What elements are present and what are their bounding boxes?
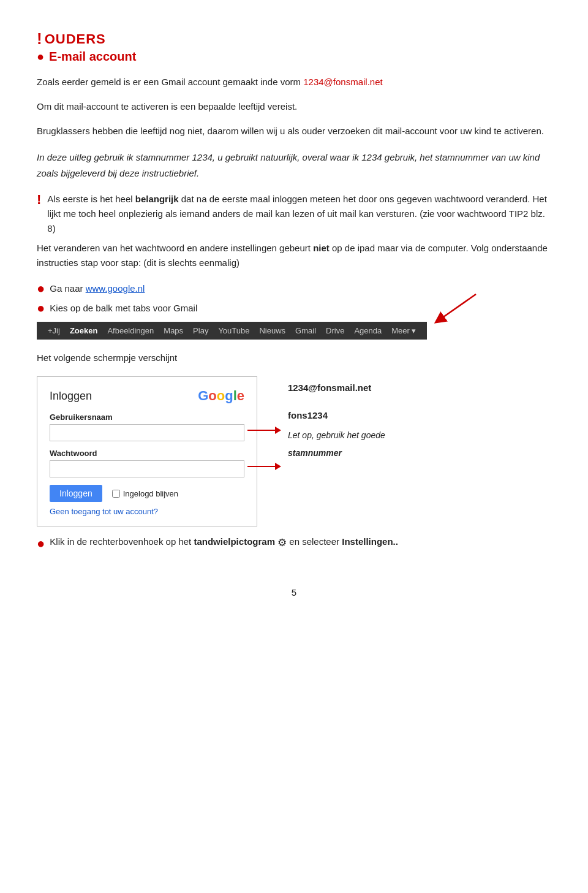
- nav-item-zoeken[interactable]: Zoeken: [65, 322, 103, 340]
- exclamation-icon: !: [37, 29, 42, 48]
- annotation-password-group: fons1234 Let op, gebruik het goede stamn…: [288, 410, 385, 460]
- annotation-password: fons1234: [288, 410, 385, 420]
- login-actions: Inloggen Ingelogd blijven: [50, 485, 244, 502]
- page-number: 5: [37, 587, 551, 598]
- email-account-title: ● E-mail account: [37, 50, 551, 64]
- next-screen-label: Het volgende schermpje verschijnt: [37, 351, 551, 365]
- password-arrow: [247, 463, 281, 470]
- password-input[interactable]: [50, 460, 244, 477]
- nav-item-youtube[interactable]: YouTube: [213, 322, 254, 340]
- login-section-wrapper: Het volgende schermpje verschijnt Inlogg…: [37, 351, 551, 526]
- header-ouders: ! OUDERS: [37, 29, 551, 48]
- google-nav-bar: +Jij Zoeken Afbeeldingen Maps Play YouTu…: [37, 322, 427, 340]
- annotation-note: Let op, gebruik het goede stamnummer: [288, 429, 385, 460]
- bullet-dot-3: ●: [37, 537, 45, 550]
- annotation-note-italic: Let op, gebruik het goede: [288, 429, 385, 442]
- nav-item-meer[interactable]: Meer ▾: [386, 322, 421, 340]
- login-annotation: 1234@fonsmail.net fons1234 Let op, gebru…: [288, 382, 385, 460]
- google-logo: Google: [198, 388, 244, 404]
- steps-list: ● Ga naar www.google.nl ● Kies op de bal…: [37, 281, 551, 316]
- username-label: Gebruikersnaam: [50, 412, 244, 422]
- username-input-row: [50, 424, 244, 441]
- annotation-username-text: 1234@fonsmail.net: [288, 382, 371, 393]
- step-1-text: Ga naar www.google.nl: [50, 281, 145, 296]
- password-label: Wachtwoord: [50, 449, 244, 458]
- intro-paragraph-1: Zoals eerder gemeld is er een Gmail acco…: [37, 75, 551, 89]
- login-box-header: Inloggen Google: [50, 388, 244, 404]
- email-link[interactable]: 1234@fonsmail.net: [303, 77, 382, 87]
- intro-paragraph-2: Om dit mail-account te activeren is een …: [37, 99, 551, 114]
- bullet-dot-2: ●: [37, 302, 45, 315]
- nav-item-afbeeldingen[interactable]: Afbeeldingen: [102, 322, 159, 340]
- login-box: Inloggen Google Gebruikersnaam Wachtwoor…: [37, 376, 257, 526]
- username-input[interactable]: [50, 424, 244, 441]
- bullet-dot-1: ●: [37, 282, 45, 295]
- nav-item-play[interactable]: Play: [188, 322, 213, 340]
- annotation-note-bold: stamnummer: [288, 447, 385, 460]
- ouders-title: OUDERS: [45, 31, 106, 47]
- bullet-icon: ●: [37, 50, 44, 64]
- nav-item-nieuws[interactable]: Nieuws: [254, 322, 290, 340]
- intro-paragraph-3: Brugklassers hebben die leeftijd nog nie…: [37, 124, 551, 139]
- nav-item-agenda[interactable]: Agenda: [349, 322, 386, 340]
- nav-item-jij[interactable]: +Jij: [43, 322, 65, 340]
- gear-icon: ⚙: [277, 537, 287, 549]
- nav-item-maps[interactable]: Maps: [159, 322, 188, 340]
- warning-block: ! Als eerste is het heel belangrijk dat …: [37, 192, 551, 236]
- nav-item-drive[interactable]: Drive: [321, 322, 349, 340]
- step-2: ● Kies op de balk met tabs voor Gmail: [37, 301, 551, 316]
- login-box-title: Inloggen: [50, 390, 92, 403]
- username-arrow: [247, 427, 281, 434]
- stay-logged-checkbox[interactable]: Ingelogd blijven: [112, 489, 178, 498]
- password-input-row: [50, 460, 244, 477]
- nav-bar-container: +Jij Zoeken Afbeeldingen Maps Play YouTu…: [37, 322, 427, 340]
- stay-logged-label: Ingelogd blijven: [123, 489, 178, 498]
- login-section: Inloggen Google Gebruikersnaam Wachtwoor…: [37, 376, 551, 526]
- login-button[interactable]: Inloggen: [50, 485, 102, 502]
- last-bullet: ● Klik in de rechterbovenhoek op het tan…: [37, 536, 551, 550]
- stay-logged-input[interactable]: [112, 490, 120, 498]
- last-step-text: Klik in de rechterbovenhoek op het tandw…: [50, 536, 398, 549]
- warning-exclamation-icon: !: [37, 192, 41, 208]
- nav-item-gmail[interactable]: Gmail: [290, 322, 321, 340]
- step-1: ● Ga naar www.google.nl: [37, 281, 551, 296]
- not-on-ipad-text: Het veranderen van het wachtwoord en and…: [37, 241, 551, 270]
- google-link[interactable]: www.google.nl: [86, 283, 145, 294]
- annotation-password-text: fons1234: [288, 410, 328, 420]
- italic-block: In deze uitleg gebruik ik stamnummer 123…: [37, 150, 551, 181]
- warning-text: Als eerste is het heel belangrijk dat na…: [47, 192, 551, 236]
- annotation-username: 1234@fonsmail.net: [288, 382, 385, 393]
- forgot-link[interactable]: Geen toegang tot uw account?: [50, 507, 244, 516]
